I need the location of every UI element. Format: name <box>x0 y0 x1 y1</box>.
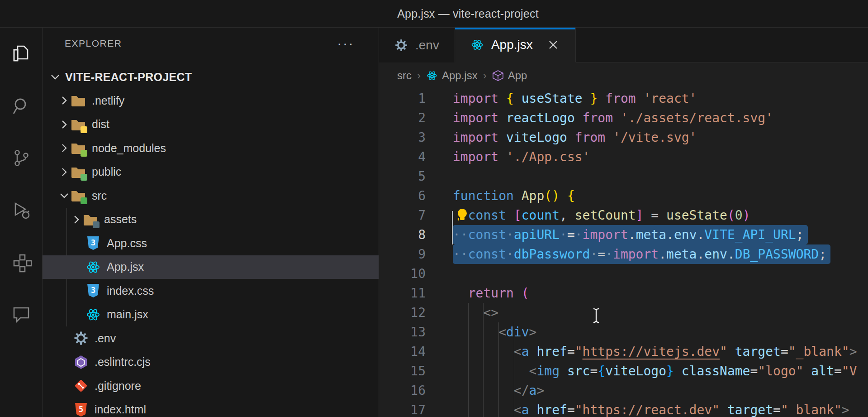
tree-item-dist[interactable]: dist <box>43 113 379 137</box>
tree-item-main-jsx[interactable]: main.jsx <box>43 303 379 327</box>
line-text: <a href="https://react.dev" target="_bla… <box>453 400 849 417</box>
tree-item-src[interactable]: src <box>43 184 379 208</box>
activity-source-control-icon[interactable] <box>0 132 43 184</box>
token: · <box>506 247 514 262</box>
tree-item-label: public <box>92 165 121 178</box>
token: useState <box>522 91 583 106</box>
token <box>560 188 567 203</box>
code-line-4[interactable]: 4import './App.css' <box>379 147 868 167</box>
breadcrumb-app-jsx[interactable]: App.jsx <box>426 69 478 82</box>
token <box>636 91 644 106</box>
tree-item-node-modules[interactable]: node_modules <box>43 136 379 160</box>
line-number: 2 <box>379 108 436 128</box>
line-number: 6 <box>379 186 436 206</box>
token: const <box>468 227 506 242</box>
token <box>605 130 613 145</box>
token: } <box>666 364 674 379</box>
code-line-2[interactable]: 2import reactLogo from './assets/react.s… <box>379 108 868 128</box>
code-line-11[interactable]: 11 return ( <box>379 283 868 303</box>
code-line-5[interactable]: 5 <box>379 167 868 186</box>
tree-item-index-css[interactable]: 3index.css <box>43 279 379 303</box>
activity-comments-icon[interactable] <box>0 288 43 340</box>
tree-item--netlify[interactable]: .netlify <box>43 89 379 113</box>
tab--env[interactable]: .env <box>379 28 455 62</box>
line-number: 13 <box>379 322 436 342</box>
folder-badge <box>81 126 87 133</box>
breadcrumb: src›App.jsx›App <box>379 62 868 89</box>
code-line-16[interactable]: 16 </a> <box>379 381 868 400</box>
token: = <box>750 364 758 379</box>
breadcrumb-app[interactable]: App <box>492 69 527 82</box>
code-line-12[interactable]: 12 <> <box>379 303 868 322</box>
token: () <box>544 188 560 203</box>
line-number: 16 <box>379 381 436 400</box>
vscode-window: App.jsx — vite-react-project EXPLORER ··… <box>0 0 868 417</box>
token: const <box>468 247 506 262</box>
chevron-right-icon <box>58 166 71 178</box>
code-line-15[interactable]: 15 <img src={viteLogo} className="logo" … <box>379 361 868 381</box>
sidebar-header: EXPLORER ··· <box>43 28 379 59</box>
tree-item-index-html[interactable]: 5index.html <box>43 398 379 417</box>
token: a <box>529 383 537 398</box>
code-line-17[interactable]: 17 <a href="https://react.dev" target="_… <box>379 400 868 417</box>
token <box>560 364 567 379</box>
tree-item-label: index.css <box>107 284 154 297</box>
indent-guide <box>483 303 484 417</box>
token: "_blank" <box>781 403 842 417</box>
code-editor[interactable]: 1import { useState } from 'react'2import… <box>379 89 868 417</box>
token: import <box>453 130 506 145</box>
line-text: return ( <box>453 283 529 303</box>
tree-item-assets[interactable]: assets <box>43 208 379 232</box>
code-line-14[interactable]: 14 <a href="https://vitejs.dev" target="… <box>379 342 868 361</box>
code-line-10[interactable]: 10 <box>379 264 868 283</box>
activity-search-icon[interactable] <box>0 80 43 132</box>
code-line-6[interactable]: 6function App() { <box>379 186 868 206</box>
token: count <box>522 208 560 223</box>
chevron-right-icon <box>58 118 71 131</box>
token: . <box>666 227 674 242</box>
tab-app-jsx[interactable]: App.jsx <box>455 28 576 62</box>
tree-item--eslintrc-cjs[interactable]: .eslintrc.cjs <box>43 350 379 374</box>
tree-item-label: assets <box>104 213 137 226</box>
token: apiURL <box>514 227 560 242</box>
token: = <box>567 227 575 242</box>
activity-explorer-icon[interactable] <box>0 28 43 80</box>
token: = <box>773 403 781 417</box>
token: 0 <box>735 208 743 223</box>
token: function <box>453 188 522 203</box>
tree-item-label: src <box>92 189 107 202</box>
breadcrumb-src[interactable]: src <box>397 69 412 82</box>
code-line-13[interactable]: 13 <div> <box>379 322 868 342</box>
lightbulb-icon[interactable] <box>454 207 469 224</box>
token <box>529 344 537 359</box>
tree-item--gitignore[interactable]: .gitignore <box>43 374 379 398</box>
tree-item-app-css[interactable]: 3App.css <box>43 231 379 255</box>
line-number: 3 <box>379 128 436 147</box>
activity-run-debug-icon[interactable] <box>0 184 43 236</box>
mouse-ibeam-cursor <box>592 307 601 324</box>
tree-item-app-jsx[interactable]: App.jsx <box>43 255 379 279</box>
indent-guide <box>498 322 499 417</box>
line-number: 17 <box>379 400 436 417</box>
line-text: import './App.css' <box>453 147 590 167</box>
tree-root-vite-react-project[interactable]: VITE-REACT-PROJECT <box>43 65 379 89</box>
token: 'react' <box>643 91 697 106</box>
activity-extensions-icon[interactable] <box>0 236 43 288</box>
code-line-3[interactable]: 3import viteLogo from '/vite.svg' <box>379 128 868 147</box>
token: from <box>583 110 613 125</box>
close-icon[interactable] <box>546 38 560 52</box>
folder-badge <box>81 197 87 204</box>
token: [ <box>514 208 522 223</box>
tree-item--env[interactable]: .env <box>43 326 379 350</box>
more-actions-icon[interactable]: ··· <box>337 41 354 46</box>
token: </ <box>514 383 529 398</box>
tree-item-public[interactable]: public <box>43 160 379 184</box>
tree-item-label: node_modules <box>92 142 166 155</box>
token: "V <box>842 364 857 379</box>
token: ; <box>796 227 804 242</box>
tree-item-label: .env <box>95 332 116 345</box>
code-line-9[interactable]: 9··const·dbPassword·=·import.meta.env.DB… <box>379 244 868 264</box>
folder-icon <box>71 93 86 108</box>
folder-badge <box>81 150 87 157</box>
code-line-1[interactable]: 1import { useState } from 'react' <box>379 89 868 108</box>
